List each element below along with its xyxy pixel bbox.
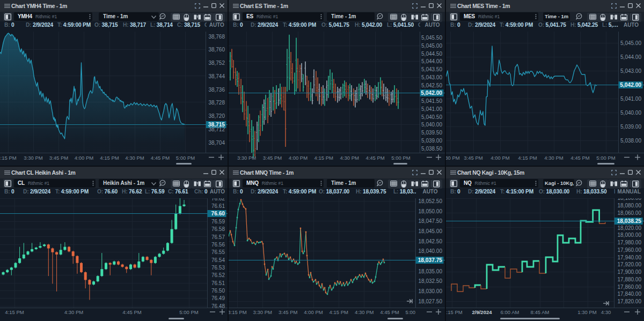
svg-text:5,043.00: 5,043.00 (620, 68, 641, 74)
svg-text:76.57: 76.57 (211, 234, 225, 240)
svg-text:18,020.00: 18,020.00 (618, 225, 642, 231)
svg-text:5,042.50: 5,042.50 (421, 83, 442, 88)
svg-text:3:45 PM: 3:45 PM (49, 155, 68, 161)
svg-text:5,041.00: 5,041.00 (421, 106, 442, 112)
svg-text:76.48: 76.48 (211, 303, 225, 309)
svg-text:38,760: 38,760 (208, 47, 225, 53)
svg-text:3:45 PM: 3:45 PM (464, 155, 482, 161)
svg-text:76.53: 76.53 (211, 265, 225, 271)
svg-text:5,038.00: 5,038.00 (620, 138, 641, 144)
svg-text:3:45 PM: 3:45 PM (279, 309, 297, 315)
svg-text:4:15 PM: 4:15 PM (314, 155, 333, 161)
svg-text:18,027.50: 18,027.50 (419, 298, 443, 304)
svg-text:76.55: 76.55 (211, 249, 225, 255)
svg-text:5,043.00: 5,043.00 (421, 74, 442, 80)
svg-text:17,900.00: 17,900.00 (618, 269, 642, 275)
svg-text:18,045.00: 18,045.00 (419, 228, 443, 234)
svg-text:38,736: 38,736 (208, 87, 225, 93)
svg-text:4:45 PM: 4:45 PM (122, 309, 141, 315)
svg-text:3:30 PM: 3:30 PM (446, 155, 460, 161)
svg-text:4:15 PM: 4:15 PM (100, 155, 119, 161)
svg-text:17,920.00: 17,920.00 (618, 262, 642, 267)
svg-text:17,820.00: 17,820.00 (618, 298, 642, 304)
svg-text:18,035.00: 18,035.00 (419, 268, 443, 274)
svg-text:18,100.00: 18,100.00 (618, 198, 642, 201)
svg-text:4:30 PM: 4:30 PM (355, 309, 374, 315)
svg-text:17,840.00: 17,840.00 (618, 291, 642, 297)
svg-text:17,860.00: 17,860.00 (618, 284, 642, 290)
svg-text:17,960.00: 17,960.00 (618, 247, 642, 253)
svg-text:5,039.50: 5,039.50 (421, 130, 442, 136)
svg-text:4:30: 4:30 (601, 309, 611, 315)
svg-text:18,080.00: 18,080.00 (618, 203, 642, 208)
svg-text:17,940.00: 17,940.00 (618, 255, 642, 260)
svg-text:38,712: 38,712 (208, 126, 225, 132)
svg-text:4:30 PM: 4:30 PM (544, 155, 563, 161)
svg-text:18,047.50: 18,047.50 (419, 218, 443, 224)
svg-text:5,039.00: 5,039.00 (421, 138, 442, 144)
svg-text:4:45 PM: 4:45 PM (570, 155, 589, 161)
svg-text:18,060.00: 18,060.00 (618, 210, 642, 216)
svg-text:4:15 PM: 4:15 PM (5, 309, 24, 315)
svg-text:3:30 PM: 3:30 PM (237, 155, 256, 161)
svg-text:4:15 PM: 4:15 PM (330, 309, 348, 315)
svg-text:18,050.00: 18,050.00 (419, 208, 443, 214)
svg-text:3:30 PM: 3:30 PM (24, 155, 42, 161)
svg-text:3:15 PM: 3:15 PM (229, 309, 247, 315)
svg-text:76.58: 76.58 (211, 226, 225, 232)
svg-text:5,045.00: 5,045.00 (421, 43, 442, 49)
svg-text:5,040.50: 5,040.50 (421, 114, 442, 120)
svg-text:4:15 PM: 4:15 PM (518, 155, 537, 161)
svg-text:4:30 PM: 4:30 PM (340, 155, 359, 161)
svg-text:5:00 PM: 5:00 PM (176, 155, 195, 161)
svg-text:5,042.00: 5,042.00 (421, 90, 442, 96)
svg-text:4:00 PM: 4:00 PM (289, 155, 308, 161)
svg-text:4:00 PM: 4:00 PM (304, 309, 323, 315)
svg-text:5:00 PM: 5:00 PM (391, 155, 410, 161)
svg-text:38,768: 38,768 (208, 34, 225, 40)
svg-text:8:45 AM: 8:45 AM (531, 309, 550, 315)
svg-text:1:30 PM: 1:30 PM (577, 309, 596, 315)
svg-text:38,704: 38,704 (208, 140, 225, 146)
svg-text:1:15 PM: 1:15 PM (446, 309, 463, 315)
svg-text:76.54: 76.54 (211, 257, 225, 263)
svg-text:17,880.00: 17,880.00 (618, 277, 642, 282)
svg-text:4:00 PM: 4:00 PM (491, 155, 509, 161)
svg-text:5,041.50: 5,041.50 (421, 98, 442, 104)
svg-text:18,000.00: 18,000.00 (618, 232, 642, 238)
svg-text:38,744: 38,744 (208, 73, 225, 79)
svg-text:76.61: 76.61 (211, 203, 225, 209)
svg-text:5,038.50: 5,038.50 (421, 146, 442, 152)
svg-text:5,045.00: 5,045.00 (620, 40, 641, 46)
svg-text:5,044.00: 5,044.00 (421, 58, 442, 64)
svg-text:76.49: 76.49 (211, 295, 225, 301)
svg-text:6:00 AM: 6:00 AM (501, 309, 519, 315)
svg-text:4:30 PM: 4:30 PM (125, 155, 144, 161)
svg-text:5:00 PM: 5:00 PM (179, 309, 198, 315)
svg-text:76.50: 76.50 (211, 288, 225, 294)
svg-text:5,044.00: 5,044.00 (620, 54, 641, 60)
svg-text:76.51: 76.51 (211, 280, 225, 286)
svg-text:38,728: 38,728 (208, 100, 225, 106)
svg-text:18,042.50: 18,042.50 (419, 238, 443, 244)
svg-text:2/9/2024: 2/9/2024 (472, 309, 493, 315)
svg-text:4:45 PM: 4:45 PM (151, 155, 170, 161)
svg-text:5,045.50: 5,045.50 (421, 35, 442, 41)
svg-text:5,040.00: 5,040.00 (620, 110, 641, 116)
svg-text:17,980.00: 17,980.00 (618, 240, 642, 245)
svg-text:5,040.00: 5,040.00 (421, 122, 442, 128)
svg-text:18,040.00: 18,040.00 (419, 248, 443, 254)
svg-text:76.60: 76.60 (211, 211, 225, 217)
svg-text:4:45 PM: 4:45 PM (380, 309, 399, 315)
svg-text:5:00 PM: 5:00 PM (596, 155, 615, 161)
svg-text:18,038.25: 18,038.25 (617, 218, 642, 224)
svg-text:4:45 PM: 4:45 PM (365, 155, 384, 161)
svg-text:5,043.50: 5,043.50 (421, 66, 442, 72)
svg-text:76.62: 76.62 (211, 198, 225, 201)
svg-text:38,752: 38,752 (208, 60, 225, 66)
svg-text:18,032.50: 18,032.50 (419, 278, 443, 284)
svg-text:3:15 PM: 3:15 PM (0, 155, 17, 161)
svg-text:18,030.00: 18,030.00 (419, 288, 443, 294)
svg-text:18,037.75: 18,037.75 (418, 257, 443, 263)
svg-text:3:30 PM: 3:30 PM (253, 309, 272, 315)
